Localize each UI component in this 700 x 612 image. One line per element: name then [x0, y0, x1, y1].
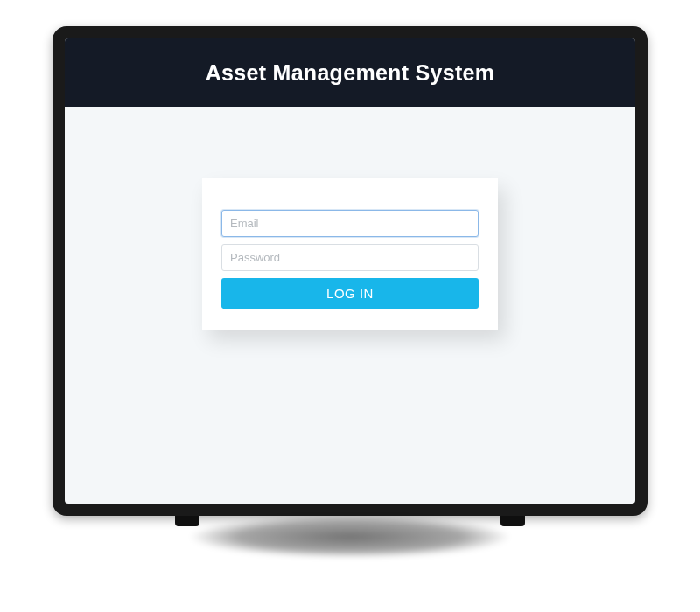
- device-stand-shadow: [127, 518, 573, 566]
- login-card: LOG IN: [202, 178, 498, 330]
- password-field[interactable]: [221, 244, 479, 271]
- device-frame: Asset Management System LOG IN: [52, 26, 648, 516]
- login-button[interactable]: LOG IN: [221, 278, 479, 309]
- header-bar: Asset Management System: [65, 38, 635, 107]
- device-screen: Asset Management System LOG IN: [65, 38, 635, 504]
- page-title: Asset Management System: [206, 60, 495, 86]
- content-area: LOG IN: [65, 107, 635, 504]
- email-field[interactable]: [221, 210, 479, 237]
